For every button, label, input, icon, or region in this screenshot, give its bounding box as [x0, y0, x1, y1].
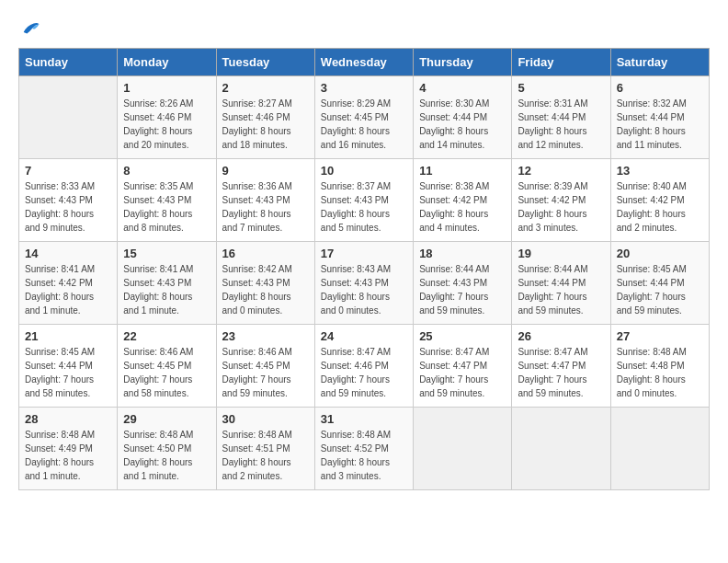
calendar-cell: 21Sunrise: 8:45 AM Sunset: 4:44 PM Dayli…: [19, 325, 118, 408]
day-info: Sunrise: 8:35 AM Sunset: 4:43 PM Dayligh…: [123, 179, 210, 235]
day-number: 23: [222, 329, 309, 343]
calendar-cell: 14Sunrise: 8:41 AM Sunset: 4:42 PM Dayli…: [19, 242, 118, 325]
calendar-week-row: 28Sunrise: 8:48 AM Sunset: 4:49 PM Dayli…: [19, 408, 710, 490]
day-info: Sunrise: 8:45 AM Sunset: 4:44 PM Dayligh…: [25, 345, 111, 400]
calendar-cell: 1Sunrise: 8:26 AM Sunset: 4:46 PM Daylig…: [118, 76, 216, 159]
day-number: 28: [25, 412, 111, 426]
calendar-cell: 29Sunrise: 8:48 AM Sunset: 4:50 PM Dayli…: [118, 408, 216, 490]
day-info: Sunrise: 8:40 AM Sunset: 4:42 PM Dayligh…: [617, 179, 703, 235]
calendar-week-row: 7Sunrise: 8:33 AM Sunset: 4:43 PM Daylig…: [19, 159, 710, 242]
calendar-cell: 24Sunrise: 8:47 AM Sunset: 4:46 PM Dayli…: [314, 325, 413, 408]
day-info: Sunrise: 8:31 AM Sunset: 4:44 PM Dayligh…: [518, 97, 604, 152]
weekday-header-monday: Monday: [118, 49, 216, 76]
calendar-cell: 22Sunrise: 8:46 AM Sunset: 4:45 PM Dayli…: [118, 325, 216, 408]
day-info: Sunrise: 8:30 AM Sunset: 4:44 PM Dayligh…: [419, 97, 506, 152]
calendar-cell: 26Sunrise: 8:47 AM Sunset: 4:47 PM Dayli…: [512, 325, 610, 408]
calendar-cell: 16Sunrise: 8:42 AM Sunset: 4:43 PM Dayli…: [216, 242, 314, 325]
day-info: Sunrise: 8:43 AM Sunset: 4:43 PM Dayligh…: [321, 262, 407, 317]
calendar-cell: 31Sunrise: 8:48 AM Sunset: 4:52 PM Dayli…: [314, 408, 413, 490]
day-info: Sunrise: 8:48 AM Sunset: 4:49 PM Dayligh…: [25, 428, 111, 483]
day-number: 15: [123, 247, 210, 260]
day-number: 22: [123, 329, 210, 343]
calendar-cell: 23Sunrise: 8:46 AM Sunset: 4:45 PM Dayli…: [216, 325, 314, 408]
day-info: Sunrise: 8:26 AM Sunset: 4:46 PM Dayligh…: [123, 97, 210, 152]
page-header: [18, 18, 710, 39]
day-number: 20: [617, 247, 703, 260]
calendar-cell: 17Sunrise: 8:43 AM Sunset: 4:43 PM Dayli…: [314, 242, 413, 325]
day-number: 14: [25, 247, 111, 260]
day-info: Sunrise: 8:36 AM Sunset: 4:43 PM Dayligh…: [222, 179, 309, 235]
day-info: Sunrise: 8:47 AM Sunset: 4:47 PM Dayligh…: [518, 345, 604, 400]
day-number: 29: [123, 412, 210, 426]
day-info: Sunrise: 8:42 AM Sunset: 4:43 PM Dayligh…: [222, 262, 309, 317]
day-number: 16: [222, 247, 309, 260]
day-number: 12: [518, 164, 604, 178]
day-number: 7: [25, 164, 111, 178]
calendar-cell: 30Sunrise: 8:48 AM Sunset: 4:51 PM Dayli…: [216, 408, 314, 490]
calendar-cell: 15Sunrise: 8:41 AM Sunset: 4:43 PM Dayli…: [118, 242, 216, 325]
day-info: Sunrise: 8:44 AM Sunset: 4:44 PM Dayligh…: [518, 262, 604, 317]
weekday-header-row: SundayMondayTuesdayWednesdayThursdayFrid…: [19, 49, 710, 76]
day-info: Sunrise: 8:27 AM Sunset: 4:46 PM Dayligh…: [222, 97, 309, 152]
day-info: Sunrise: 8:39 AM Sunset: 4:42 PM Dayligh…: [518, 179, 604, 235]
logo-bird-icon: [20, 18, 40, 39]
calendar-cell: [414, 408, 512, 490]
day-number: 1: [123, 81, 210, 95]
day-number: 13: [617, 164, 703, 178]
calendar-cell: 5Sunrise: 8:31 AM Sunset: 4:44 PM Daylig…: [512, 76, 610, 159]
calendar-cell: 10Sunrise: 8:37 AM Sunset: 4:43 PM Dayli…: [314, 159, 413, 242]
logo: [18, 18, 40, 39]
day-info: Sunrise: 8:48 AM Sunset: 4:48 PM Dayligh…: [617, 345, 703, 400]
day-number: 27: [617, 329, 703, 343]
day-number: 6: [617, 81, 703, 95]
day-info: Sunrise: 8:47 AM Sunset: 4:47 PM Dayligh…: [419, 345, 506, 400]
day-number: 24: [321, 329, 407, 343]
weekday-header-saturday: Saturday: [610, 49, 709, 76]
calendar-cell: 19Sunrise: 8:44 AM Sunset: 4:44 PM Dayli…: [512, 242, 610, 325]
calendar-table: SundayMondayTuesdayWednesdayThursdayFrid…: [18, 48, 710, 490]
day-info: Sunrise: 8:37 AM Sunset: 4:43 PM Dayligh…: [321, 179, 407, 235]
day-number: 31: [321, 412, 407, 426]
day-number: 19: [518, 247, 604, 260]
calendar-cell: 11Sunrise: 8:38 AM Sunset: 4:42 PM Dayli…: [414, 159, 512, 242]
calendar-week-row: 14Sunrise: 8:41 AM Sunset: 4:42 PM Dayli…: [19, 242, 710, 325]
day-number: 26: [518, 329, 604, 343]
day-number: 3: [321, 81, 407, 95]
day-number: 9: [222, 164, 309, 178]
calendar-cell: 3Sunrise: 8:29 AM Sunset: 4:45 PM Daylig…: [314, 76, 413, 159]
day-number: 11: [419, 164, 506, 178]
day-info: Sunrise: 8:33 AM Sunset: 4:43 PM Dayligh…: [25, 179, 111, 235]
day-info: Sunrise: 8:48 AM Sunset: 4:51 PM Dayligh…: [222, 428, 309, 483]
weekday-header-thursday: Thursday: [414, 49, 512, 76]
day-number: 30: [222, 412, 309, 426]
day-number: 17: [321, 247, 407, 260]
day-number: 21: [25, 329, 111, 343]
day-number: 5: [518, 81, 604, 95]
calendar-cell: [19, 76, 118, 159]
day-number: 2: [222, 81, 309, 95]
day-number: 18: [419, 247, 506, 260]
calendar-cell: [610, 408, 709, 490]
calendar-cell: 18Sunrise: 8:44 AM Sunset: 4:43 PM Dayli…: [414, 242, 512, 325]
day-number: 10: [321, 164, 407, 178]
calendar-cell: 13Sunrise: 8:40 AM Sunset: 4:42 PM Dayli…: [610, 159, 709, 242]
day-info: Sunrise: 8:46 AM Sunset: 4:45 PM Dayligh…: [123, 345, 210, 400]
calendar-cell: 20Sunrise: 8:45 AM Sunset: 4:44 PM Dayli…: [610, 242, 709, 325]
calendar-cell: 9Sunrise: 8:36 AM Sunset: 4:43 PM Daylig…: [216, 159, 314, 242]
weekday-header-wednesday: Wednesday: [314, 49, 413, 76]
calendar-cell: 6Sunrise: 8:32 AM Sunset: 4:44 PM Daylig…: [610, 76, 709, 159]
day-info: Sunrise: 8:48 AM Sunset: 4:52 PM Dayligh…: [321, 428, 407, 483]
calendar-cell: 27Sunrise: 8:48 AM Sunset: 4:48 PM Dayli…: [610, 325, 709, 408]
calendar-week-row: 21Sunrise: 8:45 AM Sunset: 4:44 PM Dayli…: [19, 325, 710, 408]
calendar-cell: 25Sunrise: 8:47 AM Sunset: 4:47 PM Dayli…: [414, 325, 512, 408]
day-info: Sunrise: 8:45 AM Sunset: 4:44 PM Dayligh…: [617, 262, 703, 317]
day-info: Sunrise: 8:32 AM Sunset: 4:44 PM Dayligh…: [617, 97, 703, 152]
calendar-cell: 7Sunrise: 8:33 AM Sunset: 4:43 PM Daylig…: [19, 159, 118, 242]
day-info: Sunrise: 8:47 AM Sunset: 4:46 PM Dayligh…: [321, 345, 407, 400]
calendar-cell: 2Sunrise: 8:27 AM Sunset: 4:46 PM Daylig…: [216, 76, 314, 159]
calendar-cell: [512, 408, 610, 490]
day-number: 4: [419, 81, 506, 95]
calendar-week-row: 1Sunrise: 8:26 AM Sunset: 4:46 PM Daylig…: [19, 76, 710, 159]
weekday-header-friday: Friday: [512, 49, 610, 76]
day-info: Sunrise: 8:44 AM Sunset: 4:43 PM Dayligh…: [419, 262, 506, 317]
